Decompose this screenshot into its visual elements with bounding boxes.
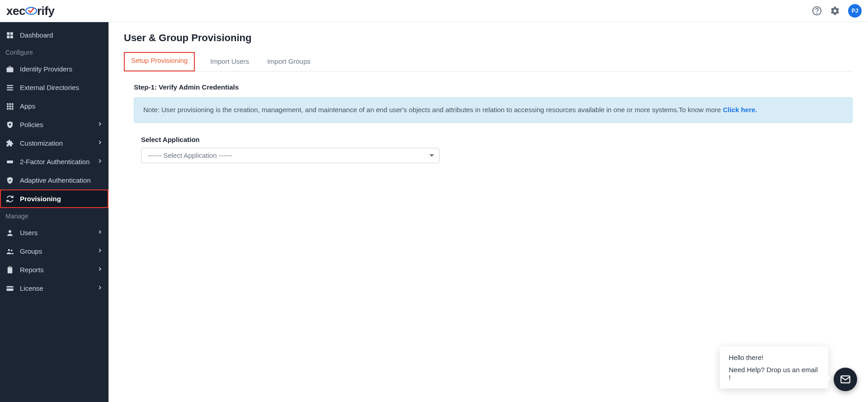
topbar: xec rify PJ — [0, 0, 868, 22]
svg-rect-8 — [7, 87, 13, 88]
tab-setup-provisioning[interactable]: Setup Provisioning — [124, 52, 195, 71]
svg-rect-5 — [7, 35, 9, 38]
shield-check-icon — [5, 176, 14, 185]
sidebar-item-label: Apps — [20, 102, 103, 110]
chevron-right-icon — [97, 139, 103, 147]
chat-line2: Need Help? Drop us an email ! — [729, 366, 819, 381]
sidebar-item-apps[interactable]: Apps — [0, 97, 108, 115]
sidebar-item-label: Customization — [20, 139, 91, 147]
note-text: Note: User provisioning is the creation,… — [143, 106, 723, 114]
page-title: User & Group Provisioning — [124, 32, 853, 44]
sidebar-item-identity-providers[interactable]: Identity Providers — [0, 60, 108, 78]
chevron-right-icon — [97, 121, 103, 129]
avatar[interactable]: PJ — [848, 4, 862, 18]
sidebar-item-reports[interactable]: Reports — [0, 260, 108, 279]
dashboard-icon — [5, 31, 14, 40]
chat-line1: Hello there! — [729, 354, 819, 361]
select-application-wrap: ------ Select Application ------ — [141, 148, 439, 163]
tab-import-groups[interactable]: Import Groups — [264, 52, 313, 71]
svg-rect-6 — [10, 35, 13, 38]
help-icon[interactable] — [812, 6, 822, 16]
chevron-right-icon — [97, 266, 103, 274]
svg-point-23 — [11, 249, 13, 251]
svg-point-19 — [9, 123, 11, 126]
brand-text-pre: xec — [6, 4, 25, 18]
sidebar-item-provisioning[interactable]: Provisioning — [0, 189, 108, 208]
svg-rect-11 — [9, 103, 11, 105]
sidebar-item-label: Users — [20, 229, 91, 236]
person-icon — [5, 228, 14, 237]
svg-rect-20 — [7, 161, 13, 163]
otp-icon — [5, 157, 14, 166]
sidebar-item-label: Adaptive Authentication — [20, 176, 103, 184]
briefcase-icon — [5, 65, 14, 74]
chat-fab[interactable] — [834, 368, 857, 391]
svg-rect-17 — [9, 108, 11, 109]
sidebar-item-groups[interactable]: Groups — [0, 242, 108, 260]
svg-rect-16 — [7, 108, 9, 109]
sidebar-item-2fa[interactable]: 2-Factor Authentication — [0, 152, 108, 171]
svg-rect-13 — [7, 105, 9, 107]
svg-point-21 — [9, 230, 11, 233]
sidebar-item-label: Groups — [20, 247, 91, 255]
sidebar-item-label: Identity Providers — [20, 65, 103, 73]
svg-rect-4 — [10, 32, 13, 35]
brand-text-post: rify — [37, 4, 54, 18]
sidebar-item-label: Provisioning — [20, 195, 103, 203]
note-link[interactable]: Click here. — [723, 106, 757, 114]
svg-rect-7 — [7, 85, 13, 86]
sidebar-item-dashboard[interactable]: Dashboard — [0, 26, 108, 44]
step-heading: Step-1: Verify Admin Credentials — [134, 83, 853, 91]
select-application[interactable]: ------ Select Application ------ — [141, 148, 439, 163]
gear-icon[interactable] — [830, 6, 840, 16]
svg-rect-25 — [9, 266, 11, 268]
brand-check-icon — [25, 5, 37, 17]
chat-popup: Hello there! Need Help? Drop us an email… — [720, 346, 828, 388]
sidebar-item-label: Policies — [20, 121, 91, 128]
shield-search-icon — [5, 120, 14, 129]
sidebar-item-customization[interactable]: Customization — [0, 134, 108, 152]
svg-rect-3 — [7, 32, 9, 35]
sync-icon — [5, 194, 14, 203]
svg-rect-15 — [12, 105, 14, 107]
puzzle-icon — [5, 139, 14, 148]
people-icon — [5, 247, 14, 256]
chevron-right-icon — [97, 247, 103, 255]
brand-logo[interactable]: xec rify — [6, 4, 54, 18]
svg-rect-10 — [7, 103, 9, 105]
tab-import-users[interactable]: Import Users — [208, 52, 252, 71]
clipboard-icon — [5, 265, 14, 274]
sidebar-item-label: Dashboard — [20, 31, 103, 39]
svg-rect-18 — [12, 108, 14, 109]
mail-icon — [840, 374, 851, 385]
apps-grid-icon — [5, 102, 14, 111]
sidebar-item-label: License — [20, 284, 91, 292]
sidebar-item-adaptive-auth[interactable]: Adaptive Authentication — [0, 171, 108, 189]
sidebar-item-users[interactable]: Users — [0, 223, 108, 242]
card-icon — [5, 284, 14, 293]
sidebar-item-license[interactable]: License — [0, 279, 108, 298]
select-application-label: Select Application — [141, 136, 853, 143]
tabs: Setup Provisioning Import Users Import G… — [124, 52, 853, 71]
svg-rect-14 — [9, 105, 11, 107]
sidebar-section-manage: Manage — [0, 208, 108, 223]
sidebar-item-label: External Directories — [20, 84, 103, 91]
sidebar-section-configure: Configure — [0, 44, 108, 60]
main-content: User & Group Provisioning Setup Provisio… — [108, 22, 868, 402]
note-box: Note: User provisioning is the creation,… — [134, 97, 853, 123]
list-icon — [5, 83, 14, 92]
svg-rect-27 — [7, 287, 14, 288]
svg-rect-12 — [12, 103, 14, 105]
sidebar-item-external-directories[interactable]: External Directories — [0, 78, 108, 97]
svg-point-22 — [8, 249, 10, 251]
sidebar-item-label: 2-Factor Authentication — [20, 158, 91, 166]
sidebar: Dashboard Configure Identity Providers E… — [0, 22, 108, 402]
sidebar-item-label: Reports — [20, 266, 91, 274]
chevron-right-icon — [97, 229, 103, 237]
svg-point-2 — [817, 13, 817, 14]
svg-rect-9 — [7, 89, 13, 90]
chevron-right-icon — [97, 284, 103, 293]
chevron-right-icon — [97, 158, 103, 166]
sidebar-item-policies[interactable]: Policies — [0, 115, 108, 134]
